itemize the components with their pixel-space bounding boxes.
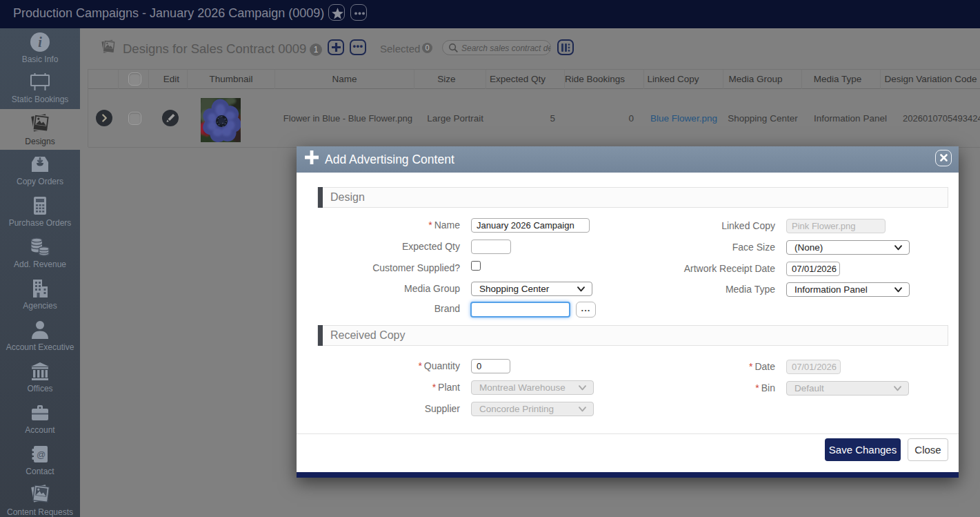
- svg-text:i: i: [38, 35, 42, 50]
- svg-text:@: @: [37, 449, 46, 460]
